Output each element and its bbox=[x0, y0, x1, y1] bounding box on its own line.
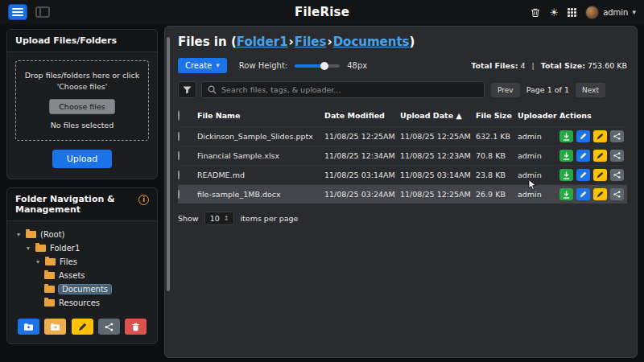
file-size-cell: 26.9 KB bbox=[476, 190, 518, 199]
row-height-value: 48px bbox=[347, 61, 367, 70]
choose-files-button[interactable]: Choose files bbox=[49, 99, 115, 114]
folder-card-title: Folder Navigation & Management bbox=[15, 194, 134, 215]
upload-date-cell: 11/08/25 03:14AM bbox=[400, 171, 476, 179]
file-table: File Name Date Modified Upload Date ▲ Fi… bbox=[178, 108, 627, 204]
file-name-cell: Financial Sample.xlsx bbox=[197, 151, 324, 160]
pencil-icon bbox=[597, 191, 604, 198]
topbar: FileRise ☀ admin ▾ bbox=[0, 0, 644, 24]
row-checkbox[interactable] bbox=[178, 132, 180, 141]
search-input[interactable] bbox=[221, 85, 478, 94]
share-icon bbox=[613, 152, 621, 159]
updown-icon: ↕ bbox=[224, 215, 229, 222]
rename-folder-button[interactable] bbox=[72, 319, 93, 335]
info-icon[interactable]: i bbox=[138, 195, 149, 205]
rename-button[interactable] bbox=[593, 130, 607, 142]
apps-grid-icon[interactable] bbox=[568, 8, 576, 17]
download-button[interactable] bbox=[559, 130, 573, 142]
share-icon bbox=[613, 133, 621, 140]
panel-toggle-icon[interactable] bbox=[35, 6, 50, 18]
select-all-checkbox[interactable] bbox=[178, 110, 180, 121]
create-button[interactable]: Create ▾ bbox=[178, 58, 227, 73]
header-uploader[interactable]: Uploader bbox=[518, 111, 559, 120]
theme-toggle-icon[interactable]: ☀ bbox=[549, 7, 559, 18]
tree-item-documents[interactable]: Documents bbox=[12, 282, 152, 296]
share-icon bbox=[105, 323, 114, 331]
caret-down-icon[interactable]: ▾ bbox=[25, 245, 31, 252]
pencil-icon bbox=[597, 171, 604, 179]
folder-icon bbox=[44, 299, 55, 306]
breadcrumb-folder1[interactable]: Folder1 bbox=[237, 35, 288, 49]
table-row[interactable]: README.md 11/08/25 03:14AM 11/08/25 03:1… bbox=[178, 165, 627, 184]
tree-item-folder1[interactable]: ▾ Folder1 bbox=[12, 241, 152, 255]
edit-button[interactable] bbox=[576, 150, 590, 162]
table-row[interactable]: Financial Sample.xlsx 11/08/25 12:34AM 1… bbox=[178, 146, 627, 165]
rename-button[interactable] bbox=[593, 169, 607, 181]
download-button[interactable] bbox=[559, 150, 573, 162]
toolbar: Create ▾ Row Height: 48px Total Files: 4… bbox=[178, 58, 627, 73]
move-folder-button[interactable] bbox=[44, 319, 66, 335]
download-button[interactable] bbox=[559, 188, 573, 200]
share-button[interactable] bbox=[610, 150, 624, 162]
header-file-size[interactable]: File Size bbox=[476, 111, 518, 120]
tree-item-files[interactable]: ▾ Files bbox=[12, 255, 152, 269]
file-name-cell: Dickinson_Sample_Slides.pptx bbox=[197, 132, 324, 141]
filter-button[interactable] bbox=[178, 81, 196, 98]
items-per-page-label: items per page bbox=[240, 214, 298, 223]
rename-button[interactable] bbox=[593, 150, 607, 162]
edit-button[interactable] bbox=[576, 130, 590, 142]
chevron-down-icon: ▾ bbox=[216, 62, 220, 69]
share-button[interactable] bbox=[610, 130, 624, 142]
row-checkbox[interactable] bbox=[178, 171, 180, 179]
slider-knob[interactable] bbox=[320, 62, 328, 70]
breadcrumb-separator: › bbox=[288, 35, 295, 49]
row-checkbox[interactable] bbox=[178, 190, 180, 199]
rename-button[interactable] bbox=[593, 188, 607, 200]
trash-icon bbox=[131, 323, 140, 331]
delete-folder-button[interactable] bbox=[125, 319, 147, 335]
prev-page-button[interactable]: Prev bbox=[491, 83, 520, 97]
username-label: admin bbox=[603, 8, 628, 17]
share-button[interactable] bbox=[610, 169, 624, 181]
upload-date-cell: 11/08/25 12:25AM bbox=[400, 190, 476, 199]
row-height-slider[interactable] bbox=[295, 64, 340, 68]
dropzone-text-line1: Drop files/folders here or click bbox=[21, 70, 143, 81]
download-button[interactable] bbox=[559, 169, 573, 181]
total-files-value: 4 bbox=[521, 61, 526, 70]
tree-item-root[interactable]: ▾ (Root) bbox=[12, 228, 152, 241]
row-checkbox[interactable] bbox=[178, 151, 180, 160]
caret-down-icon[interactable]: ▾ bbox=[15, 231, 22, 238]
no-files-text: No files selected bbox=[21, 120, 143, 131]
scrollbar[interactable] bbox=[167, 37, 170, 291]
upload-date-cell: 11/08/25 12:23AM bbox=[400, 151, 476, 160]
share-icon bbox=[613, 191, 621, 198]
tree-item-assets[interactable]: Assets bbox=[12, 269, 152, 282]
edit-button[interactable] bbox=[576, 188, 590, 200]
edit-button[interactable] bbox=[576, 169, 590, 181]
tree-item-resources[interactable]: Resources bbox=[12, 296, 152, 310]
next-page-button[interactable]: Next bbox=[576, 83, 605, 97]
search-row: Prev Page 1 of 1 Next bbox=[178, 81, 627, 98]
table-row[interactable]: Dickinson_Sample_Slides.pptx 11/08/25 12… bbox=[178, 126, 627, 146]
folder-icon bbox=[35, 245, 46, 252]
table-row[interactable]: file-sample_1MB.docx 11/08/25 03:24AM 11… bbox=[178, 184, 627, 204]
pencil-icon bbox=[580, 133, 587, 140]
header-upload-date[interactable]: Upload Date ▲ bbox=[400, 111, 476, 120]
dropzone[interactable]: Drop files/folders here or click 'Choose… bbox=[15, 60, 149, 141]
header-date-modified[interactable]: Date Modified bbox=[324, 111, 400, 120]
row-actions bbox=[559, 150, 627, 162]
breadcrumb-files[interactable]: Files bbox=[295, 35, 327, 49]
hamburger-menu-icon[interactable] bbox=[8, 4, 27, 20]
share-button[interactable] bbox=[610, 188, 624, 200]
share-folder-button[interactable] bbox=[98, 319, 120, 335]
header-file-name[interactable]: File Name bbox=[197, 111, 324, 120]
caret-down-icon[interactable]: ▾ bbox=[35, 258, 41, 265]
user-menu[interactable]: admin ▾ bbox=[585, 6, 636, 19]
breadcrumb-documents[interactable]: Documents bbox=[333, 35, 410, 49]
header-actions: Actions bbox=[559, 111, 627, 120]
row-height-label: Row Height: bbox=[239, 61, 287, 70]
trash-icon[interactable] bbox=[530, 7, 540, 18]
search-icon bbox=[208, 85, 217, 94]
upload-button[interactable]: Upload bbox=[52, 150, 113, 168]
items-per-page-select[interactable]: 10 ↕ bbox=[204, 212, 235, 225]
create-folder-button[interactable] bbox=[18, 319, 39, 335]
